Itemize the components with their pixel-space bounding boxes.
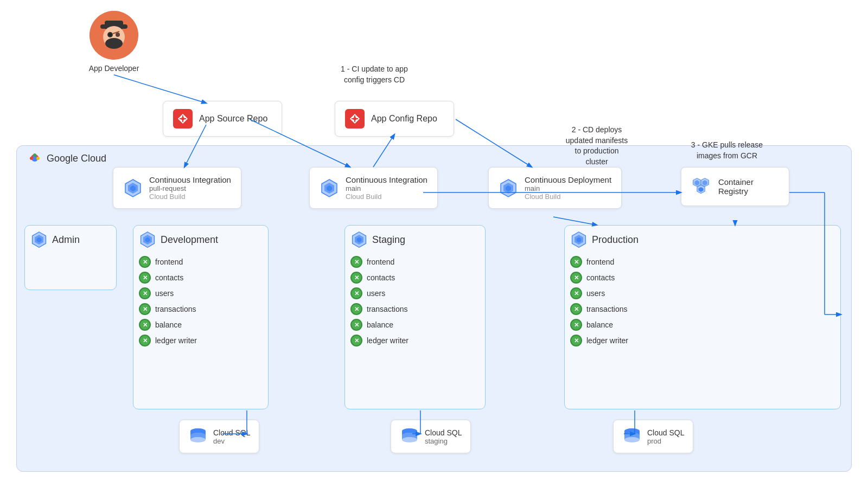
list-item: balance <box>139 319 263 331</box>
ci-pr-icon <box>123 178 143 198</box>
svg-point-56 <box>624 437 640 442</box>
annotation-cd-deploy: 2 - CD deploys updated manifests to prod… <box>542 125 651 167</box>
developer-section: App Developer <box>81 11 146 73</box>
sql-dev-box: Cloud SQL dev <box>179 420 259 453</box>
annotation-ci-trigger: 1 - CI update to app config triggers CD <box>320 64 429 85</box>
git-config-icon <box>345 109 365 129</box>
ci-main-provider: Cloud Build <box>346 192 427 201</box>
sql-prod-sub: prod <box>647 437 684 445</box>
dev-icon <box>139 231 156 248</box>
registry-label: Container Registry <box>718 177 779 196</box>
ci-pr-title: Continuous Integration <box>149 175 231 184</box>
git-source-icon <box>173 109 193 129</box>
ci-pr-box: Continuous Integration pull-request Clou… <box>113 167 241 209</box>
app-config-label: App Config Repo <box>371 114 437 124</box>
staging-cluster: Staging frontend contacts users transact… <box>344 225 486 409</box>
admin-title: Admin <box>52 234 80 246</box>
ci-pr-provider: Cloud Build <box>149 192 231 201</box>
svg-point-46 <box>190 437 206 442</box>
app-source-label: App Source Repo <box>199 114 267 124</box>
container-registry-icon <box>691 175 712 198</box>
sql-dev-sub: dev <box>213 437 250 445</box>
cd-main-info: Continuous Deployment main Cloud Build <box>525 175 611 201</box>
svg-point-10 <box>108 33 112 36</box>
svc-ledger-prod <box>570 335 582 346</box>
svc-transactions-dev <box>139 303 151 315</box>
svc-ledger-dev <box>139 335 151 346</box>
svc-users-dev <box>139 287 151 299</box>
svc-ledger-staging <box>350 335 362 346</box>
list-item: transactions <box>139 303 263 315</box>
list-item: contacts <box>139 272 263 284</box>
list-item: ledger writer <box>350 335 480 346</box>
app-source-repo: App Source Repo <box>163 101 282 137</box>
list-item: ledger writer <box>570 335 835 346</box>
svc-balance-prod <box>570 319 582 331</box>
ci-main-box: Continuous Integration main Cloud Build <box>309 167 438 209</box>
avatar-illustration <box>90 11 138 60</box>
svg-point-12 <box>116 33 120 37</box>
svc-frontend-staging <box>350 256 362 268</box>
list-item: frontend <box>570 256 835 268</box>
diagram-container: Google Cloud App Developer <box>0 0 868 488</box>
sql-staging-title: Cloud SQL <box>425 428 462 437</box>
developer-label: App Developer <box>89 64 139 73</box>
prod-icon <box>570 231 588 248</box>
ci-pr-info: Continuous Integration pull-request Clou… <box>149 175 231 201</box>
svg-point-3 <box>33 153 36 157</box>
sql-prod-info: Cloud SQL prod <box>647 428 684 445</box>
svc-contacts-prod <box>570 272 582 284</box>
svg-point-51 <box>402 437 417 442</box>
development-cluster: Development frontend contacts users tran… <box>133 225 269 409</box>
ci-main-info: Continuous Integration main Cloud Build <box>346 175 427 201</box>
sql-staging-icon <box>400 427 419 446</box>
list-item: contacts <box>570 272 835 284</box>
ci-main-icon <box>320 178 339 198</box>
list-item: contacts <box>350 272 480 284</box>
ci-pr-subtitle: pull-request <box>149 184 231 192</box>
svc-balance-dev <box>139 319 151 331</box>
list-item: users <box>139 287 263 299</box>
list-item: transactions <box>350 303 480 315</box>
dev-title: Development <box>161 234 218 246</box>
gcloud-label: Google Cloud <box>27 151 106 166</box>
svg-point-8 <box>105 38 123 49</box>
svg-line-57 <box>114 75 206 103</box>
staging-title: Staging <box>372 234 405 246</box>
sql-prod-box: Cloud SQL prod <box>613 420 693 453</box>
svc-users-prod <box>570 287 582 299</box>
svc-frontend-prod <box>570 256 582 268</box>
svc-contacts-staging <box>350 272 362 284</box>
admin-icon <box>30 231 48 248</box>
ci-main-subtitle: main <box>346 184 427 192</box>
dev-header: Development <box>139 231 263 248</box>
list-item: frontend <box>350 256 480 268</box>
svc-contacts-dev <box>139 272 151 284</box>
sql-staging-sub: staging <box>425 437 462 445</box>
cd-main-box: Continuous Deployment main Cloud Build <box>488 167 622 209</box>
prod-title: Production <box>592 234 639 246</box>
cd-main-icon <box>499 178 518 198</box>
list-item: balance <box>350 319 480 331</box>
staging-services: frontend contacts users transactions bal… <box>350 256 480 346</box>
sql-dev-icon <box>188 427 208 446</box>
svc-transactions-prod <box>570 303 582 315</box>
svc-balance-staging <box>350 319 362 331</box>
annotation-gke-pull: 3 - GKE pulls release images from GCR <box>673 140 781 161</box>
ci-main-title: Continuous Integration <box>346 175 427 184</box>
list-item: frontend <box>139 256 263 268</box>
gcloud-title: Google Cloud <box>47 153 106 164</box>
cd-main-subtitle: main <box>525 184 611 192</box>
developer-avatar <box>90 11 138 60</box>
cd-main-provider: Cloud Build <box>525 192 611 201</box>
svg-point-1 <box>30 157 33 160</box>
production-cluster: Production frontend contacts users trans… <box>564 225 841 409</box>
app-config-repo: App Config Repo <box>335 101 454 137</box>
dev-services: frontend contacts users transactions bal… <box>139 256 263 346</box>
svg-point-2 <box>36 157 40 160</box>
prod-services: frontend contacts users transactions bal… <box>570 256 835 346</box>
svc-users-staging <box>350 287 362 299</box>
list-item: users <box>570 287 835 299</box>
cd-main-title: Continuous Deployment <box>525 175 611 184</box>
container-registry-box: Container Registry <box>681 167 789 206</box>
